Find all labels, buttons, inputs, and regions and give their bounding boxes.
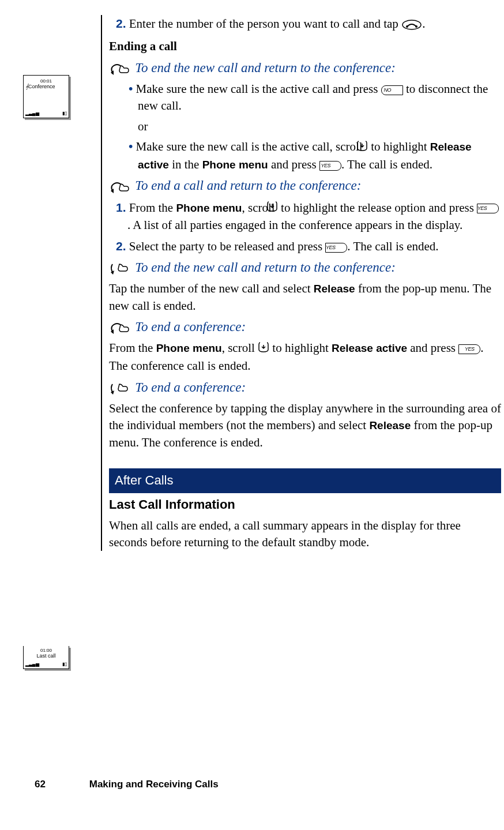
end-conf-text-1: From the Phone menu, scroll to highlight… [109,340,501,374]
step-2: 2. Enter the number of the person you wa… [127,15,501,32]
end-new-call-heading-tap: To end the new call and return to the co… [109,258,501,277]
step-2b: 2. Select the party to be released and p… [127,238,501,255]
page-number: 62 [35,779,86,790]
tap-release-text: Tap the number of the new call and selec… [109,280,501,314]
handset-oval-icon [401,17,422,31]
phone1-time: 00:01 [24,78,69,84]
sidebar-phone-screen-2: 01:00 Last call ▂▃▄▅ ▮▯ [23,646,69,669]
phone2-time: 01:00 [24,648,69,653]
bullet-1: • Make sure the new call is the active c… [138,81,501,115]
no-button-icon: NO [381,85,403,95]
yes-button-icon: YES [325,243,347,253]
hand-down-icon [109,262,130,276]
end-conf-heading-1: To end a conference: [109,318,501,336]
sidebar-phone-screen-1: 00:01 𝄞Conference ▂▃▄▅ ▮▯ [23,75,92,130]
signal-icon: ▂▃▄▅ [25,111,39,116]
end-conf-text-2: Select the conference by tapping the dis… [109,400,501,451]
end-conf-heading-2: To end a conference: [109,378,501,397]
last-call-info-text: When all calls are ended, a call summary… [109,517,501,551]
main-content: 2. Enter the number of the person you wa… [101,15,501,551]
battery-icon: ▮▯ [62,662,67,667]
phone2-label: Last call [24,653,69,659]
or-text: or [138,118,501,135]
yes-button-icon: YES [458,344,480,354]
ending-a-call-heading: Ending a call [109,38,501,55]
end-call-conf-heading: To end a call and return to the conferen… [109,176,501,195]
battery-icon: ▮▯ [62,111,67,116]
yes-button-icon: YES [477,204,499,213]
bullet-2: • Make sure the new call is the active c… [138,138,501,173]
hand-back-icon [109,321,130,335]
hand-back-icon [109,181,130,194]
step-1: 1. From the Phone menu, scroll to highli… [127,199,501,234]
page-footer: 62 Making and Receiving Calls [35,779,219,790]
step-number: 2. [116,17,126,30]
down-jog-icon [366,140,368,156]
hand-back-icon [109,62,130,76]
signal-icon: ▂▃▄▅ [25,662,39,667]
down-jog-icon [258,341,269,358]
chapter-title: Making and Receiving Calls [89,779,219,790]
svg-point-2 [415,25,418,28]
phone1-label: Conference [28,84,55,89]
yes-button-icon: YES [319,161,341,171]
last-call-info-heading: Last Call Information [109,496,501,514]
end-new-call-heading: To end the new call and return to the co… [109,59,501,77]
hand-down-icon [109,382,130,396]
after-calls-section-bar: After Calls [109,468,501,493]
svg-point-1 [406,25,408,28]
